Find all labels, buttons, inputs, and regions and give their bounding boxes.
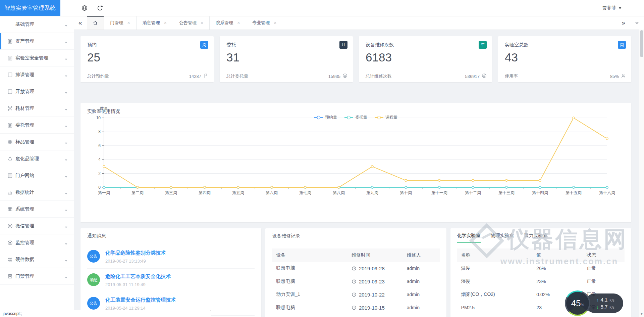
lab-tab[interactable]: 化学实验室 [457,228,481,243]
lab-tab[interactable]: 物理实验室 [491,228,514,243]
sidebar-item-label: 开放管理 [15,89,34,95]
period-badge: 月 [339,41,347,49]
sidebar-item[interactable]: 门户网站 [0,167,74,184]
main-content: 预约周25总计预约量14287委托月31总计委托量15935设备维修次数年618… [74,30,644,317]
svg-text:第十五周: 第十五周 [566,190,582,195]
tabs-dropdown-icon[interactable] [630,20,644,25]
repair-time: 2019-09-23 [347,275,403,288]
clock-icon [352,305,357,310]
svg-text:第九周: 第九周 [366,190,378,195]
sidebar: 基础管理资产管理实验室安全管理排课管理开放管理耗材管理委托管理样品管理危化品管理… [0,16,74,317]
usage-chart-card: 实验室使用情况 预约量委托量课程量 0246810数量第一周第二周第三周第四周第… [80,103,631,222]
notice-title-link[interactable]: 化学品危险性鉴别分类技术 [105,250,166,256]
sidebar-item[interactable]: 开放管理 [0,83,74,100]
stat-card-value: 43 [498,49,631,70]
sidebar-item[interactable]: 危化品管理 [0,150,74,167]
refresh-icon[interactable] [97,5,103,11]
tab-item[interactable]: 专业管理× [246,16,283,30]
tab-item[interactable]: 消息管理× [137,16,173,30]
scrollbar-down-icon[interactable]: ▼ [639,312,644,316]
collapse-sidebar-icon[interactable] [66,5,72,11]
notices-panel: 通知消息 公告化学品危险性鉴别分类技术2019-06-27 13:13:49消息… [80,228,261,317]
sidebar-item[interactable]: 资产管理 [0,33,74,50]
sidebar-item-label: 样品管理 [15,139,34,145]
caret-down-icon [64,275,68,278]
svg-text:第十一周: 第十一周 [431,190,447,195]
tab-label: 门管理 [110,20,123,26]
sidebar-item[interactable]: 基础管理 [0,16,74,33]
repair-person: admin [403,288,440,301]
document-icon [7,72,13,78]
download-arrow-icon: ↓ [596,305,599,310]
svg-text:第十周: 第十周 [400,190,412,195]
close-icon[interactable]: × [237,20,240,25]
tab-item[interactable]: 门管理× [104,16,137,30]
device-link[interactable]: 联想电脑 [272,301,347,314]
tab-label: 院系管理 [216,20,233,26]
sidebar-item[interactable]: 样品管理 [0,134,74,150]
close-icon[interactable]: × [127,20,130,25]
repair-time: 2019-10-22 [347,288,403,301]
legend-item[interactable]: 课程量 [375,115,397,120]
svg-text:2: 2 [98,171,101,176]
stat-footer-value: 15935 [328,74,340,79]
close-icon[interactable]: × [164,20,167,25]
kebab-menu-icon[interactable] [630,5,637,11]
legend-item[interactable]: 预约量 [314,115,337,120]
sidebar-item[interactable]: 委托管理 [0,117,74,134]
tab-home[interactable] [87,16,104,30]
caret-down-icon [64,208,68,211]
table-grid-icon [7,206,13,212]
notice-title-link[interactable]: 危险化工工艺本质安全化技术 [105,273,171,280]
period-badge: 年 [479,41,487,49]
sidebar-item[interactable]: 微信管理 [0,218,74,234]
caret-down-icon [64,56,68,60]
close-icon[interactable]: × [274,20,276,25]
sidebar-item[interactable]: 耗材管理 [0,100,74,117]
sidebar-item-label: 门户网站 [15,173,34,179]
globe-icon[interactable] [81,5,88,11]
tabs-scroll-right-icon[interactable]: » [617,19,630,27]
notice-item: 公告化学品危险性鉴别分类技术2019-06-27 13:13:49 [87,245,255,269]
sidebar-item[interactable]: 实验室安全管理 [0,50,74,66]
notice-type-badge: 公告 [87,297,100,310]
sidebar-item[interactable]: 硬件数据 [0,251,74,268]
caret-down-icon [64,241,68,244]
sensor-name: 温度 [457,262,533,275]
lab-tab[interactable]: 重力实验室 [524,228,548,243]
app-logo: 智慧实验室管理系统 [0,0,60,16]
sidebar-item[interactable]: 监控管理 [0,234,74,251]
svg-text:第十四周: 第十四周 [532,190,548,195]
legend-item[interactable]: 委托量 [344,115,367,120]
sidebar-item-label: 资产管理 [15,38,34,44]
svg-text:0: 0 [98,185,101,190]
user-menu[interactable]: 贾菲菲 [602,5,622,11]
sensor-name: PM2.5 [457,301,533,314]
notice-item: 消息危险化工工艺本质安全化技术2019-05-31 11:19:49 [87,269,255,292]
notice-title-link[interactable]: 化工装置安全运行监控管理技术 [105,297,176,303]
device-link[interactable]: 联想电脑 [272,314,347,317]
tab-item[interactable]: 院系管理× [210,16,246,30]
device-link[interactable]: 动力实训_1 [272,288,347,301]
device-link[interactable]: 联想电脑 [272,262,347,275]
sidebar-item-label: 硬件数据 [15,257,34,263]
sidebar-item-label: 门禁管理 [15,273,34,279]
device-link[interactable]: 联想电脑 [272,275,347,288]
scrollbar-thumb[interactable] [640,30,643,57]
svg-text:第六周: 第六周 [266,190,278,195]
sidebar-item[interactable]: 门禁管理 [0,268,74,285]
caret-down-icon [64,157,68,161]
document-icon [7,173,13,178]
sidebar-item[interactable]: 排课管理 [0,66,74,83]
legend-marker-icon [344,116,353,120]
caret-down-icon [64,191,68,194]
tabs-scroll-left-icon[interactable]: « [74,16,87,30]
tab-item[interactable]: 公告管理× [173,16,210,30]
caret-down-icon [64,107,68,110]
bar-chart-icon [7,189,13,195]
legend-marker-icon [375,116,383,120]
sidebar-item[interactable]: 系统管理 [0,201,74,218]
sidebar-item[interactable]: 数据统计 [0,184,74,201]
close-icon[interactable]: × [201,20,203,25]
fullscreen-icon[interactable] [587,5,594,11]
